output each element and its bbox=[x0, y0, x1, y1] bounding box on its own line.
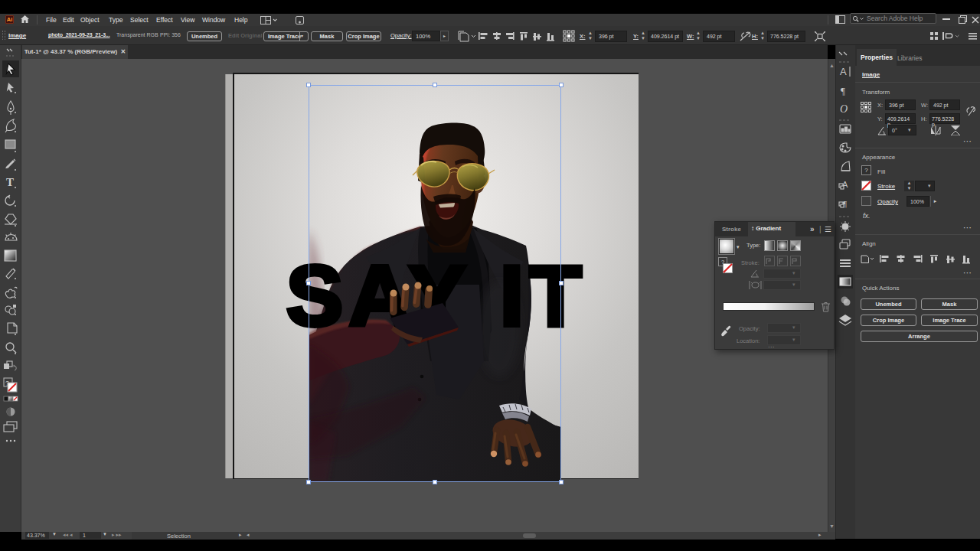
svg-text:A: A bbox=[840, 66, 847, 77]
svg-text:¶: ¶ bbox=[841, 85, 845, 96]
svg-text:T: T bbox=[6, 176, 14, 188]
svg-text:O: O bbox=[840, 103, 848, 115]
